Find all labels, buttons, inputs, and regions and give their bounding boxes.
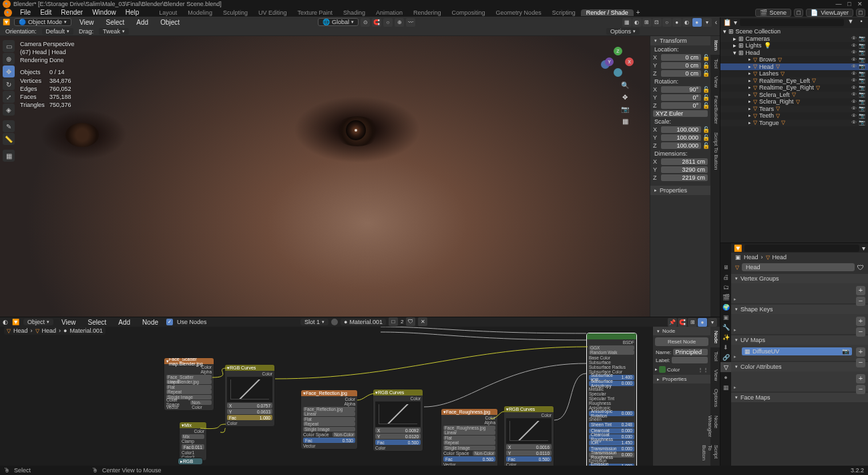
ntab-facebuilder[interactable]: FaceBuilder [710,92,720,128]
mat-unlink[interactable]: ✕ [418,317,427,326]
vis-render-icon[interactable]: 📷 [859,99,865,105]
mode-selector[interactable]: 🔵 Object Mode ▾ [14,18,71,26]
mat-fake-user[interactable]: 🛡 [406,317,415,326]
vis-render-icon[interactable]: 📷 [859,43,865,49]
ntab-script[interactable]: Script To Button [710,128,720,174]
tool-move[interactable]: ✥ [3,65,15,77]
drag-dd[interactable]: Tweak▾ [99,28,129,35]
properties-header[interactable]: ▸Properties [650,186,710,195]
vis-eye-icon[interactable]: 👁 [851,99,857,105]
shade-wire[interactable]: ○ [662,18,672,27]
ne-menu-select[interactable]: Select [84,319,111,326]
filter-icon[interactable]: ▼ [847,18,855,26]
vis-render-icon[interactable]: 📷 [859,49,865,55]
dim-y[interactable]: 3290 cm [661,166,708,173]
pan-icon[interactable]: ✥ [620,94,630,104]
ptab-viewlayer[interactable]: 🗂 [720,282,731,292]
ptab-render[interactable]: 🖥 [720,262,731,272]
panel-color[interactable]: ▾Color Attributes [731,362,868,371]
vis-eye-icon[interactable]: 👁 [851,49,857,55]
node-imgtex-roughness[interactable]: ▾Face_Roughness.jpg Color Alpha Face_Rou… [441,408,498,468]
ws-sculpting[interactable]: Sculpting [218,9,253,16]
lock-icon[interactable]: 🔓 [702,54,708,61]
pivot-button[interactable]: ⊙ [361,18,370,27]
new-coll-icon[interactable]: • [857,18,865,26]
props-options-icon[interactable]: ▾ [862,245,865,252]
use-nodes-label[interactable]: Use Nodes [177,319,207,325]
node-rgbcurves-3[interactable]: ▾RGB Curves Color X0.0016 Y0.0110 Fac0.5… [503,406,554,468]
scale-y[interactable]: 100.000 [661,134,701,141]
node-imgtex-scatter[interactable]: ▾Face_Scatter map.Blender.jpg Color Alph… [164,357,214,411]
vp-menu-add[interactable]: Add [132,19,152,26]
transform-header[interactable]: ▾Transform [650,36,710,45]
vis-eye-icon[interactable]: 👁 [851,85,857,91]
uv-add-button[interactable]: + [856,347,865,357]
vis-render-icon[interactable]: 📷 [859,57,865,63]
tool-addcube[interactable]: ▦ [3,150,15,162]
blender-logo-icon[interactable] [4,9,12,17]
ptab-object[interactable]: ▣ [720,312,731,322]
vis-eye-icon[interactable]: 👁 [851,71,857,77]
shade-matprev[interactable]: ◐ [682,18,692,27]
ptab-data[interactable]: ▽ [720,362,731,372]
ptab-output[interactable]: 🖨 [720,272,731,282]
uv-rem-button[interactable]: − [856,358,865,367]
ne-props-hdr[interactable]: ▸Properties [653,375,710,383]
ws-rendering[interactable]: Rendering [408,9,447,16]
outliner-search[interactable] [740,19,844,26]
vis-eye-icon[interactable]: 👁 [851,77,857,84]
outliner-item-sclera-left[interactable]: ▸▽Sclera_Left ▽👁📷 [720,92,868,99]
vis-render-icon[interactable]: 📷 [859,85,865,91]
outliner-item-cameras[interactable]: ▸ ⊞Cameras👁📷 [720,35,868,43]
snap-target-button[interactable]: ⊕ [395,18,404,27]
vis-render-icon[interactable]: 📷 [859,120,865,126]
rot-x[interactable]: 90° [661,86,701,93]
ntab-item[interactable]: Item [710,36,720,55]
scene-new-button[interactable]: □ [794,9,803,17]
curve-preview[interactable] [227,377,272,402]
camera-icon[interactable]: 📷 [842,348,849,355]
ptab-world[interactable]: 🌍 [720,302,731,312]
vp-menu-view[interactable]: View [75,19,98,26]
workspace-add-button[interactable]: + [634,9,643,16]
vp-menu-object[interactable]: Object [156,19,184,26]
outliner-item-teeth[interactable]: ▸▽Teeth ▽👁📷 [720,112,868,120]
snap-button[interactable]: 🧲 [372,18,381,27]
node-rgbcurves-2[interactable]: ▾RGB Curves Color X0.0092 Y0.0120 Fac0.5… [373,389,423,452]
node-imgtex-reflection[interactable]: ▾Face_Reflection.jpg Color Alpha Face_Re… [300,389,358,450]
ws-rendershade[interactable]: Render / Shade [581,9,634,16]
camera-icon[interactable]: 📷 [620,106,630,116]
perspective-icon[interactable]: ▦ [620,118,630,128]
proportional-button[interactable]: ○ [383,18,393,27]
ws-geonodes[interactable]: Geometry Nodes [491,9,547,16]
tool-scale[interactable]: ⤢ [3,91,15,103]
use-nodes-check[interactable]: ✓ [166,319,173,325]
tool-annotate[interactable]: ✎ [3,120,15,132]
nav-gizmo[interactable]: Z X Y [604,48,633,77]
editor-type-icon[interactable]: 🔽 [3,19,10,25]
menu-render[interactable]: Render [57,9,87,16]
menu-window[interactable]: Window [88,9,120,16]
vis-eye-icon[interactable]: 👁 [851,106,857,112]
ws-shading[interactable]: Shading [338,9,371,16]
ptab-physics[interactable]: ⬇ [720,342,731,352]
gizmo-toggle[interactable]: ◐ [632,18,642,27]
xray-toggle[interactable]: ⊡ [652,18,662,27]
tool-measure[interactable]: 📏 [3,133,15,145]
vg-add-button[interactable]: + [856,286,865,295]
ne-menu-add[interactable]: Add [114,319,134,326]
col-add-button[interactable]: + [856,374,865,383]
loc-x[interactable]: 0 cm [661,54,701,61]
ntab-tool[interactable]: Tool [710,55,720,73]
ws-texturepaint[interactable]: Texture Paint [292,9,338,16]
shade-solid[interactable]: ● [672,18,682,27]
viewport-canvas[interactable]: ▭ ⊕ ✥ ↻ ⤢ ◈ ✎ 📏 ▦ Camera Perspective (67… [0,36,720,317]
ptab-texture[interactable]: ▦ [720,382,731,392]
ntab-view[interactable]: View [710,72,720,92]
ws-layout[interactable]: Layout [154,9,182,16]
loc-y[interactable]: 0 cm [661,62,701,69]
reset-node-button[interactable]: Reset Node [655,337,708,346]
ptab-modifier[interactable]: 🔧 [720,322,731,332]
vis-render-icon[interactable]: 📷 [859,63,865,69]
viewlayer-new-button[interactable]: □ [856,9,865,17]
